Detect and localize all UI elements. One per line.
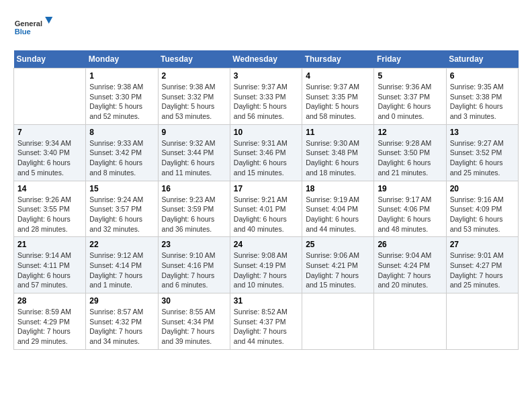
day-number: 16 [162, 184, 226, 193]
calendar-week-3: 14 Sunrise: 9:26 AMSunset: 3:55 PMDaylig… [14, 181, 519, 237]
calendar-cell: 12 Sunrise: 9:28 AMSunset: 3:50 PMDaylig… [374, 124, 446, 181]
header-thursday: Thursday [302, 50, 374, 68]
cell-sunrise: Sunrise: 9:37 AMSunset: 3:33 PMDaylight:… [234, 83, 287, 120]
cell-sunrise: Sunrise: 9:06 AMSunset: 4:21 PMDaylight:… [306, 251, 359, 289]
day-number: 28 [17, 296, 82, 306]
cell-sunrise: Sunrise: 9:28 AMSunset: 3:50 PMDaylight:… [378, 139, 431, 177]
day-number: 5 [378, 71, 442, 81]
cell-sunrise: Sunrise: 9:04 AMSunset: 4:24 PMDaylight:… [378, 251, 431, 289]
day-number: 30 [162, 296, 226, 306]
calendar-cell: 4 Sunrise: 9:37 AMSunset: 3:35 PMDayligh… [302, 68, 374, 125]
calendar-cell: 20 Sunrise: 9:16 AMSunset: 4:09 PMDaylig… [446, 181, 518, 237]
svg-text:Blue: Blue [15, 28, 31, 36]
calendar-cell: 13 Sunrise: 9:27 AMSunset: 3:52 PMDaylig… [446, 124, 518, 181]
day-number: 29 [89, 296, 154, 306]
cell-sunrise: Sunrise: 9:01 AMSunset: 4:27 PMDaylight:… [450, 251, 504, 289]
day-number: 23 [162, 240, 226, 249]
calendar-cell: 28 Sunrise: 8:59 AMSunset: 4:29 PMDaylig… [14, 293, 86, 350]
day-number: 14 [17, 184, 82, 193]
cell-sunrise: Sunrise: 9:34 AMSunset: 3:40 PMDaylight:… [17, 139, 71, 177]
svg-marker-2 [45, 17, 52, 24]
header-saturday: Saturday [446, 50, 518, 68]
calendar-cell: 16 Sunrise: 9:23 AMSunset: 3:59 PMDaylig… [158, 181, 230, 237]
day-number: 9 [162, 128, 226, 137]
header-tuesday: Tuesday [158, 50, 230, 68]
calendar-cell: 3 Sunrise: 9:37 AMSunset: 3:33 PMDayligh… [230, 68, 302, 125]
calendar-cell: 19 Sunrise: 9:17 AMSunset: 4:06 PMDaylig… [374, 181, 446, 237]
calendar-cell: 27 Sunrise: 9:01 AMSunset: 4:27 PMDaylig… [446, 237, 518, 293]
day-number: 11 [306, 128, 370, 137]
calendar-week-2: 7 Sunrise: 9:34 AMSunset: 3:40 PMDayligh… [14, 124, 519, 181]
cell-sunrise: Sunrise: 9:14 AMSunset: 4:11 PMDaylight:… [17, 251, 71, 289]
calendar-cell: 8 Sunrise: 9:33 AMSunset: 3:42 PMDayligh… [86, 124, 158, 181]
calendar-cell: 21 Sunrise: 9:14 AMSunset: 4:11 PMDaylig… [14, 237, 86, 293]
day-number: 15 [89, 184, 154, 193]
day-number: 22 [89, 240, 154, 249]
calendar-cell: 29 Sunrise: 8:57 AMSunset: 4:32 PMDaylig… [86, 293, 158, 350]
calendar-cell: 25 Sunrise: 9:06 AMSunset: 4:21 PMDaylig… [302, 237, 374, 293]
svg-text:General: General [15, 19, 42, 28]
cell-sunrise: Sunrise: 9:16 AMSunset: 4:09 PMDaylight:… [450, 195, 504, 233]
day-number: 8 [89, 128, 154, 137]
day-number: 18 [306, 184, 370, 193]
calendar-cell: 10 Sunrise: 9:31 AMSunset: 3:46 PMDaylig… [230, 124, 302, 181]
cell-sunrise: Sunrise: 9:19 AMSunset: 4:04 PMDaylight:… [306, 195, 359, 233]
header-sunday: Sunday [14, 50, 86, 68]
day-number: 6 [450, 71, 515, 81]
calendar-cell: 24 Sunrise: 9:08 AMSunset: 4:19 PMDaylig… [230, 237, 302, 293]
day-number: 31 [234, 296, 298, 306]
calendar-cell: 18 Sunrise: 9:19 AMSunset: 4:04 PMDaylig… [302, 181, 374, 237]
calendar-cell: 9 Sunrise: 9:32 AMSunset: 3:44 PMDayligh… [158, 124, 230, 181]
cell-sunrise: Sunrise: 9:38 AMSunset: 3:30 PMDaylight:… [89, 83, 143, 120]
cell-sunrise: Sunrise: 9:33 AMSunset: 3:42 PMDaylight:… [89, 139, 143, 177]
cell-sunrise: Sunrise: 9:32 AMSunset: 3:44 PMDaylight:… [162, 139, 216, 177]
cell-sunrise: Sunrise: 8:55 AMSunset: 4:34 PMDaylight:… [162, 308, 216, 345]
header-friday: Friday [374, 50, 446, 68]
day-number: 20 [450, 184, 515, 193]
calendar-cell [446, 293, 518, 350]
calendar-cell: 7 Sunrise: 9:34 AMSunset: 3:40 PMDayligh… [14, 124, 86, 181]
calendar-week-5: 28 Sunrise: 8:59 AMSunset: 4:29 PMDaylig… [14, 293, 519, 350]
calendar-table: SundayMondayTuesdayWednesdayThursdayFrid… [13, 50, 519, 350]
calendar-cell: 23 Sunrise: 9:10 AMSunset: 4:16 PMDaylig… [158, 237, 230, 293]
day-number: 10 [234, 128, 298, 137]
calendar-cell: 31 Sunrise: 8:52 AMSunset: 4:37 PMDaylig… [230, 293, 302, 350]
cell-sunrise: Sunrise: 9:31 AMSunset: 3:46 PMDaylight:… [234, 139, 287, 177]
calendar-cell: 26 Sunrise: 9:04 AMSunset: 4:24 PMDaylig… [374, 237, 446, 293]
calendar-week-4: 21 Sunrise: 9:14 AMSunset: 4:11 PMDaylig… [14, 237, 519, 293]
cell-sunrise: Sunrise: 9:27 AMSunset: 3:52 PMDaylight:… [450, 139, 504, 177]
day-number: 21 [17, 240, 82, 249]
logo: General Blue [13, 13, 54, 44]
calendar-cell [14, 68, 86, 125]
day-number: 19 [378, 184, 442, 193]
cell-sunrise: Sunrise: 9:35 AMSunset: 3:38 PMDaylight:… [450, 83, 504, 120]
cell-sunrise: Sunrise: 9:23 AMSunset: 3:59 PMDaylight:… [162, 195, 216, 233]
calendar-cell: 6 Sunrise: 9:35 AMSunset: 3:38 PMDayligh… [446, 68, 518, 125]
calendar-cell [374, 293, 446, 350]
day-number: 12 [378, 128, 442, 137]
calendar-cell: 2 Sunrise: 9:38 AMSunset: 3:32 PMDayligh… [158, 68, 230, 125]
calendar-week-1: 1 Sunrise: 9:38 AMSunset: 3:30 PMDayligh… [14, 68, 519, 125]
cell-sunrise: Sunrise: 8:57 AMSunset: 4:32 PMDaylight:… [89, 308, 143, 345]
cell-sunrise: Sunrise: 9:12 AMSunset: 4:14 PMDaylight:… [89, 251, 143, 289]
calendar-cell: 30 Sunrise: 8:55 AMSunset: 4:34 PMDaylig… [158, 293, 230, 350]
calendar-cell [302, 293, 374, 350]
day-number: 13 [450, 128, 515, 137]
cell-sunrise: Sunrise: 9:30 AMSunset: 3:48 PMDaylight:… [306, 139, 359, 177]
calendar-cell: 17 Sunrise: 9:21 AMSunset: 4:01 PMDaylig… [230, 181, 302, 237]
cell-sunrise: Sunrise: 9:10 AMSunset: 4:16 PMDaylight:… [162, 251, 216, 289]
day-number: 2 [162, 71, 226, 81]
cell-sunrise: Sunrise: 9:37 AMSunset: 3:35 PMDaylight:… [306, 83, 359, 120]
calendar-header-row: SundayMondayTuesdayWednesdayThursdayFrid… [14, 50, 519, 68]
day-number: 3 [234, 71, 298, 81]
calendar-cell: 22 Sunrise: 9:12 AMSunset: 4:14 PMDaylig… [86, 237, 158, 293]
calendar-cell: 15 Sunrise: 9:24 AMSunset: 3:57 PMDaylig… [86, 181, 158, 237]
cell-sunrise: Sunrise: 9:26 AMSunset: 3:55 PMDaylight:… [17, 195, 71, 233]
day-number: 4 [306, 71, 370, 81]
day-number: 7 [17, 128, 82, 137]
calendar-cell: 14 Sunrise: 9:26 AMSunset: 3:55 PMDaylig… [14, 181, 86, 237]
cell-sunrise: Sunrise: 9:24 AMSunset: 3:57 PMDaylight:… [89, 195, 143, 233]
day-number: 24 [234, 240, 298, 249]
logo-svg: General Blue [13, 13, 54, 44]
cell-sunrise: Sunrise: 9:08 AMSunset: 4:19 PMDaylight:… [234, 251, 287, 289]
